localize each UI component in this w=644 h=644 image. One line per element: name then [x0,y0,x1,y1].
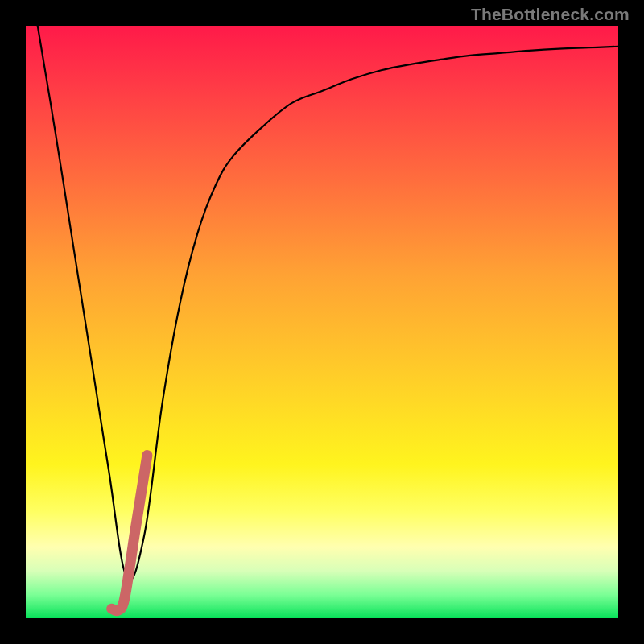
chart-frame: TheBottleneck.com [0,0,644,644]
plot-area [26,26,618,618]
chart-svg [26,26,618,618]
bottleneck-curve [38,26,618,580]
watermark-text: TheBottleneck.com [471,5,630,24]
